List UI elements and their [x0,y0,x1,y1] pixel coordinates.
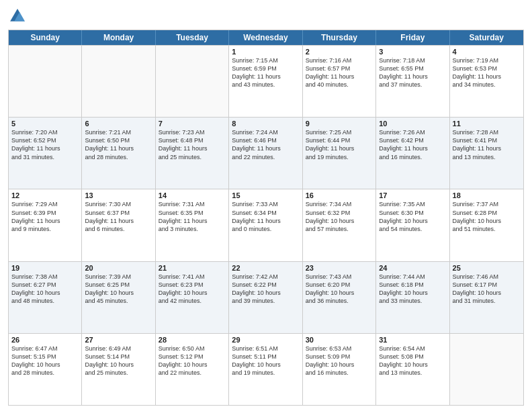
cell-content: Sunrise: 7:33 AM Sunset: 6:34 PM Dayligh… [232,200,299,233]
cell-content: Sunrise: 6:54 AM Sunset: 5:08 PM Dayligh… [379,345,446,377]
calendar-row-3: 19Sunrise: 7:38 AM Sunset: 6:27 PM Dayli… [9,261,523,333]
day-number: 1 [232,48,299,56]
cell-content: Sunrise: 7:16 AM Sunset: 6:57 PM Dayligh… [306,56,373,89]
cell-content: Sunrise: 7:31 AM Sunset: 6:35 PM Dayligh… [159,200,226,233]
day-cell-27: 27Sunrise: 6:49 AM Sunset: 5:14 PM Dayli… [82,334,155,405]
day-cell-16: 16Sunrise: 7:34 AM Sunset: 6:32 PM Dayli… [303,189,376,261]
cell-content: Sunrise: 6:47 AM Sunset: 5:15 PM Dayligh… [11,345,79,377]
cell-content: Sunrise: 7:29 AM Sunset: 6:39 PM Dayligh… [11,200,79,233]
day-number: 11 [453,120,521,128]
cell-content: Sunrise: 7:37 AM Sunset: 6:28 PM Dayligh… [453,200,521,233]
day-number: 9 [306,120,373,128]
cell-content: Sunrise: 7:21 AM Sunset: 6:50 PM Dayligh… [85,128,152,161]
page: SundayMondayTuesdayWednesdayThursdayFrid… [0,0,532,411]
day-number: 6 [85,120,152,128]
calendar-row-4: 26Sunrise: 6:47 AM Sunset: 5:15 PM Dayli… [9,333,523,405]
calendar-row-1: 5Sunrise: 7:20 AM Sunset: 6:52 PM Daylig… [9,117,523,189]
day-cell-12: 12Sunrise: 7:29 AM Sunset: 6:39 PM Dayli… [9,189,82,261]
day-cell-8: 8Sunrise: 7:24 AM Sunset: 6:46 PM Daylig… [229,118,302,189]
day-cell-30: 30Sunrise: 6:53 AM Sunset: 5:09 PM Dayli… [303,334,376,405]
header-day-friday: Friday [376,30,449,45]
cell-content: Sunrise: 7:28 AM Sunset: 6:41 PM Dayligh… [453,128,521,161]
cell-content: Sunrise: 7:18 AM Sunset: 6:55 PM Dayligh… [379,56,446,89]
cell-content: Sunrise: 7:46 AM Sunset: 6:17 PM Dayligh… [453,273,521,306]
day-number: 12 [11,191,79,199]
day-cell-9: 9Sunrise: 7:25 AM Sunset: 6:44 PM Daylig… [303,118,376,189]
cell-content: Sunrise: 6:53 AM Sunset: 5:09 PM Dayligh… [306,345,373,377]
day-cell-18: 18Sunrise: 7:37 AM Sunset: 6:28 PM Dayli… [450,189,523,261]
logo [8,7,30,26]
cell-content: Sunrise: 6:51 AM Sunset: 5:11 PM Dayligh… [232,345,299,377]
day-number: 28 [159,336,226,344]
day-cell-21: 21Sunrise: 7:41 AM Sunset: 6:23 PM Dayli… [156,262,229,333]
cell-content: Sunrise: 7:26 AM Sunset: 6:42 PM Dayligh… [379,128,446,161]
cell-content: Sunrise: 6:50 AM Sunset: 5:12 PM Dayligh… [159,345,226,377]
day-cell-6: 6Sunrise: 7:21 AM Sunset: 6:50 PM Daylig… [82,118,155,189]
empty-cell-0-1 [82,46,155,117]
day-number: 10 [379,120,446,128]
cell-content: Sunrise: 7:44 AM Sunset: 6:18 PM Dayligh… [379,273,446,306]
day-number: 24 [379,264,446,272]
day-cell-14: 14Sunrise: 7:31 AM Sunset: 6:35 PM Dayli… [156,189,229,261]
day-cell-4: 4Sunrise: 7:19 AM Sunset: 6:53 PM Daylig… [450,46,523,117]
day-number: 21 [159,264,226,272]
calendar-header: SundayMondayTuesdayWednesdayThursdayFrid… [9,30,523,45]
day-number: 22 [232,264,299,272]
day-number: 16 [306,191,373,199]
day-number: 4 [453,48,521,56]
day-number: 13 [85,191,152,199]
day-number: 23 [306,264,373,272]
day-cell-13: 13Sunrise: 7:30 AM Sunset: 6:37 PM Dayli… [82,189,155,261]
day-number: 27 [85,336,152,344]
header-day-wednesday: Wednesday [229,30,302,45]
calendar: SundayMondayTuesdayWednesdayThursdayFrid… [8,30,524,406]
empty-cell-0-0 [9,46,82,117]
day-number: 15 [232,191,299,199]
cell-content: Sunrise: 7:39 AM Sunset: 6:25 PM Dayligh… [85,273,152,306]
header [8,7,524,26]
day-cell-29: 29Sunrise: 6:51 AM Sunset: 5:11 PM Dayli… [229,334,302,405]
cell-content: Sunrise: 7:19 AM Sunset: 6:53 PM Dayligh… [453,56,521,89]
header-day-saturday: Saturday [450,30,523,45]
day-number: 5 [11,120,79,128]
empty-cell-4-6 [450,334,523,405]
day-cell-28: 28Sunrise: 6:50 AM Sunset: 5:12 PM Dayli… [156,334,229,405]
day-cell-17: 17Sunrise: 7:35 AM Sunset: 6:30 PM Dayli… [376,189,449,261]
calendar-row-0: 1Sunrise: 7:15 AM Sunset: 6:59 PM Daylig… [9,45,523,117]
day-number: 14 [159,191,226,199]
header-day-sunday: Sunday [9,30,82,45]
day-number: 30 [306,336,373,344]
day-cell-19: 19Sunrise: 7:38 AM Sunset: 6:27 PM Dayli… [9,262,82,333]
header-day-monday: Monday [82,30,155,45]
day-cell-11: 11Sunrise: 7:28 AM Sunset: 6:41 PM Dayli… [450,118,523,189]
logo-icon [8,7,27,26]
day-cell-5: 5Sunrise: 7:20 AM Sunset: 6:52 PM Daylig… [9,118,82,189]
day-number: 25 [453,264,521,272]
day-number: 20 [85,264,152,272]
day-number: 2 [306,48,373,56]
cell-content: Sunrise: 7:38 AM Sunset: 6:27 PM Dayligh… [11,273,79,306]
day-number: 3 [379,48,446,56]
day-number: 17 [379,191,446,199]
cell-content: Sunrise: 7:20 AM Sunset: 6:52 PM Dayligh… [11,128,79,161]
day-cell-1: 1Sunrise: 7:15 AM Sunset: 6:59 PM Daylig… [229,46,302,117]
cell-content: Sunrise: 7:35 AM Sunset: 6:30 PM Dayligh… [379,200,446,233]
day-cell-25: 25Sunrise: 7:46 AM Sunset: 6:17 PM Dayli… [450,262,523,333]
day-cell-15: 15Sunrise: 7:33 AM Sunset: 6:34 PM Dayli… [229,189,302,261]
empty-cell-0-2 [156,46,229,117]
cell-content: Sunrise: 7:43 AM Sunset: 6:20 PM Dayligh… [306,273,373,306]
cell-content: Sunrise: 7:30 AM Sunset: 6:37 PM Dayligh… [85,200,152,233]
day-cell-23: 23Sunrise: 7:43 AM Sunset: 6:20 PM Dayli… [303,262,376,333]
day-cell-7: 7Sunrise: 7:23 AM Sunset: 6:48 PM Daylig… [156,118,229,189]
cell-content: Sunrise: 7:15 AM Sunset: 6:59 PM Dayligh… [232,56,299,89]
day-number: 19 [11,264,79,272]
cell-content: Sunrise: 7:25 AM Sunset: 6:44 PM Dayligh… [306,128,373,161]
day-number: 8 [232,120,299,128]
header-day-tuesday: Tuesday [156,30,229,45]
day-cell-3: 3Sunrise: 7:18 AM Sunset: 6:55 PM Daylig… [376,46,449,117]
cell-content: Sunrise: 7:24 AM Sunset: 6:46 PM Dayligh… [232,128,299,161]
calendar-body: 1Sunrise: 7:15 AM Sunset: 6:59 PM Daylig… [9,45,523,405]
day-cell-10: 10Sunrise: 7:26 AM Sunset: 6:42 PM Dayli… [376,118,449,189]
day-number: 29 [232,336,299,344]
day-cell-24: 24Sunrise: 7:44 AM Sunset: 6:18 PM Dayli… [376,262,449,333]
